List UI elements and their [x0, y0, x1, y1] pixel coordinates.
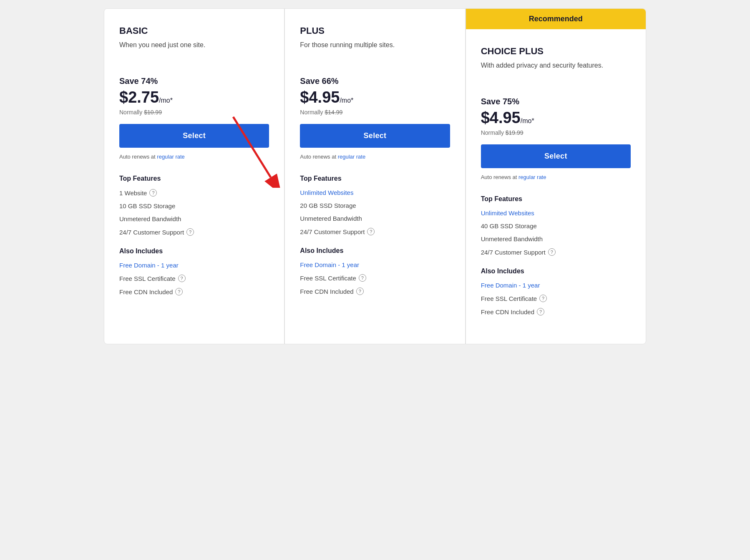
feature-text-basic-2: Unmetered Bandwidth: [119, 215, 181, 222]
plan-desc-plus: For those running multiple sites.: [300, 40, 450, 61]
feature-link-choice-plus-0[interactable]: Unlimited Websites: [481, 209, 534, 217]
price-row-choice-plus: $4.95 /mo*: [481, 109, 631, 127]
top-features-title-choice-plus: Top Features: [481, 195, 631, 203]
also-text-plus-2: Free CDN Included: [300, 288, 353, 295]
info-icon-plus-tf-3[interactable]: ?: [367, 228, 375, 235]
price-per-basic: /mo*: [159, 97, 173, 104]
pricing-card-basic: BASIC When you need just one site. Save …: [104, 8, 284, 344]
also-text-basic-1: Free SSL Certificate: [119, 275, 176, 282]
save-label-plus: Save 66%: [300, 76, 450, 86]
also-includes-choice-plus-1: Free SSL Certificate?: [481, 295, 631, 302]
also-includes-basic-1: Free SSL Certificate?: [119, 275, 269, 282]
also-includes-plus-1: Free SSL Certificate?: [300, 274, 450, 282]
feature-text-choice-plus-3: 24/7 Customer Support: [481, 249, 546, 256]
price-normal-basic: Normally $10.99: [119, 109, 269, 116]
also-includes-title-choice-plus: Also Includes: [481, 267, 631, 275]
feature-text-basic-1: 10 GB SSD Storage: [119, 202, 175, 209]
recommended-banner: Recommended: [466, 9, 646, 29]
select-button-choice-plus[interactable]: Select: [481, 144, 631, 168]
top-feature-plus-2: Unmetered Bandwidth: [300, 215, 450, 222]
regular-rate-link-basic[interactable]: regular rate: [157, 154, 184, 160]
price-dollar-basic: $2.75: [119, 88, 159, 106]
info-icon-choice-plus-ai-1[interactable]: ?: [539, 295, 547, 302]
top-feature-choice-plus-0: Unlimited Websites: [481, 209, 631, 217]
price-row-plus: $4.95 /mo*: [300, 88, 450, 106]
info-icon-plus-ai-2[interactable]: ?: [356, 288, 364, 295]
price-per-plus: /mo*: [340, 97, 353, 104]
top-feature-plus-0: Unlimited Websites: [300, 189, 450, 196]
also-text-basic-2: Free CDN Included: [119, 288, 173, 295]
price-dollar-plus: $4.95: [300, 88, 340, 106]
pricing-card-plus: PLUS For those running multiple sites. S…: [284, 8, 465, 344]
top-features-section-plus: Top FeaturesUnlimited Websites20 GB SSD …: [300, 175, 450, 235]
info-icon-basic-ai-1[interactable]: ?: [178, 275, 186, 282]
also-includes-basic-0: Free Domain - 1 year: [119, 262, 269, 269]
also-includes-basic-2: Free CDN Included?: [119, 288, 269, 295]
top-features-section-choice-plus: Top FeaturesUnlimited Websites40 GB SSD …: [481, 195, 631, 256]
also-includes-title-basic: Also Includes: [119, 247, 269, 255]
auto-renew-basic: Auto renews at regular rate: [119, 154, 269, 160]
also-link-plus-0[interactable]: Free Domain - 1 year: [300, 261, 359, 268]
feature-text-choice-plus-2: Unmetered Bandwidth: [481, 235, 543, 242]
top-feature-basic-1: 10 GB SSD Storage: [119, 202, 269, 209]
top-feature-basic-3: 24/7 Customer Support?: [119, 228, 269, 236]
also-includes-choice-plus-0: Free Domain - 1 year: [481, 282, 631, 289]
regular-rate-link-plus[interactable]: regular rate: [338, 154, 365, 160]
feature-text-plus-3: 24/7 Customer Support: [300, 228, 365, 235]
also-includes-plus-2: Free CDN Included?: [300, 288, 450, 295]
plan-desc-choice-plus: With added privacy and security features…: [481, 61, 631, 82]
price-dollar-choice-plus: $4.95: [481, 109, 521, 127]
plan-desc-basic: When you need just one site.: [119, 40, 269, 61]
plan-name-choice-plus: CHOICE PLUS: [481, 46, 631, 57]
also-includes-plus-0: Free Domain - 1 year: [300, 261, 450, 268]
top-features-section-basic: Top Features1 Website?10 GB SSD StorageU…: [119, 175, 269, 236]
select-button-basic[interactable]: Select: [119, 124, 269, 148]
regular-rate-link-choice-plus[interactable]: regular rate: [518, 174, 546, 180]
also-text-plus-1: Free SSL Certificate: [300, 275, 356, 282]
plan-name-basic: BASIC: [119, 25, 269, 36]
price-per-choice-plus: /mo*: [521, 117, 534, 125]
also-text-choice-plus-1: Free SSL Certificate: [481, 295, 537, 302]
price-normal-plus: Normally $14.99: [300, 109, 450, 116]
also-link-choice-plus-0[interactable]: Free Domain - 1 year: [481, 282, 540, 289]
info-icon-choice-plus-tf-3[interactable]: ?: [548, 248, 556, 256]
top-feature-plus-3: 24/7 Customer Support?: [300, 228, 450, 235]
pricing-container: BASIC When you need just one site. Save …: [104, 8, 646, 344]
also-text-choice-plus-2: Free CDN Included: [481, 308, 534, 315]
also-includes-section-plus: Also IncludesFree Domain - 1 yearFree SS…: [300, 247, 450, 295]
price-row-basic: $2.75 /mo*: [119, 88, 269, 106]
select-button-plus[interactable]: Select: [300, 124, 450, 148]
save-label-basic: Save 74%: [119, 76, 269, 86]
also-includes-title-plus: Also Includes: [300, 247, 450, 255]
feature-link-plus-0[interactable]: Unlimited Websites: [300, 189, 353, 196]
pricing-card-choice-plus: Recommended CHOICE PLUS With added priva…: [466, 8, 646, 344]
info-icon-choice-plus-ai-2[interactable]: ?: [537, 308, 544, 315]
also-includes-choice-plus-2: Free CDN Included?: [481, 308, 631, 315]
top-features-title-plus: Top Features: [300, 175, 450, 182]
top-feature-basic-2: Unmetered Bandwidth: [119, 215, 269, 222]
also-includes-section-basic: Also IncludesFree Domain - 1 yearFree SS…: [119, 247, 269, 295]
feature-text-basic-3: 24/7 Customer Support: [119, 229, 184, 236]
price-normal-choice-plus: Normally $19.99: [481, 129, 631, 136]
plan-name-plus: PLUS: [300, 25, 450, 36]
info-icon-plus-ai-1[interactable]: ?: [359, 274, 366, 282]
info-icon-basic-tf-0[interactable]: ?: [149, 189, 157, 197]
feature-text-plus-1: 20 GB SSD Storage: [300, 202, 356, 209]
auto-renew-plus: Auto renews at regular rate: [300, 154, 450, 160]
feature-text-basic-0: 1 Website: [119, 189, 147, 197]
top-feature-choice-plus-3: 24/7 Customer Support?: [481, 248, 631, 256]
top-feature-choice-plus-1: 40 GB SSD Storage: [481, 222, 631, 230]
top-feature-choice-plus-2: Unmetered Bandwidth: [481, 235, 631, 242]
feature-text-plus-2: Unmetered Bandwidth: [300, 215, 362, 222]
feature-text-choice-plus-1: 40 GB SSD Storage: [481, 222, 537, 230]
save-label-choice-plus: Save 75%: [481, 97, 631, 106]
info-icon-basic-ai-2[interactable]: ?: [175, 288, 183, 295]
also-includes-section-choice-plus: Also IncludesFree Domain - 1 yearFree SS…: [481, 267, 631, 315]
also-link-basic-0[interactable]: Free Domain - 1 year: [119, 262, 179, 269]
top-feature-plus-1: 20 GB SSD Storage: [300, 202, 450, 209]
top-feature-basic-0: 1 Website?: [119, 189, 269, 197]
auto-renew-choice-plus: Auto renews at regular rate: [481, 174, 631, 180]
top-features-title-basic: Top Features: [119, 175, 269, 182]
info-icon-basic-tf-3[interactable]: ?: [186, 228, 194, 236]
